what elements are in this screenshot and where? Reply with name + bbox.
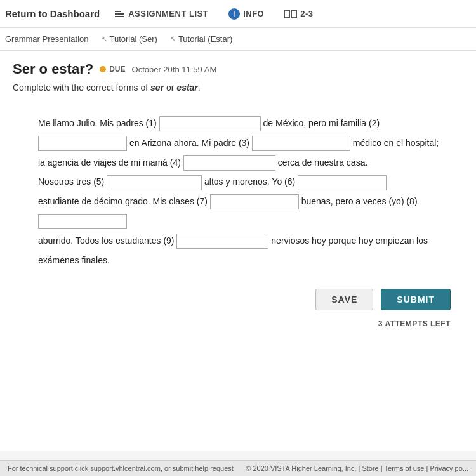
attempts-row: 3 ATTEMPTS LEFT	[13, 317, 463, 328]
text-after-4: cerca de nuestra casa.	[278, 157, 368, 168]
input-5[interactable]	[107, 175, 202, 190]
ser-bold: ser	[150, 83, 164, 93]
main-content: Ser o estar? DUE October 20th 11:59 AM C…	[0, 51, 476, 451]
grammar-presentation-link[interactable]: Grammar Presentation	[5, 34, 89, 44]
input-3[interactable]	[252, 136, 350, 151]
submit-button[interactable]: SUBMIT	[381, 289, 451, 310]
input-7[interactable]	[210, 194, 299, 209]
info-icon: i	[228, 8, 240, 20]
terms-link[interactable]: Terms of use	[385, 465, 425, 472]
button-row: SAVE SUBMIT	[13, 276, 463, 317]
due-label: DUE	[109, 65, 125, 74]
arrow-ser-icon: ↖	[102, 35, 107, 43]
pages-button[interactable]: 2-3	[279, 6, 318, 21]
tutorial-ser-link[interactable]: ↖ Tutorial (Ser)	[102, 34, 157, 44]
attempts-label: 3 ATTEMPTS LEFT	[378, 319, 451, 328]
text-after-5: altos y morenos. Yo (6)	[204, 176, 298, 187]
due-badge: DUE	[100, 65, 125, 74]
input-4[interactable]	[183, 155, 275, 171]
save-button[interactable]: SAVE	[315, 289, 373, 310]
text-after-8: aburrido. Todos los estudiantes (9)	[38, 235, 176, 246]
info-button[interactable]: i INFO	[223, 6, 269, 22]
assignment-title: Ser o estar?	[13, 61, 93, 77]
text-before-5: Nosotros tres (5)	[38, 176, 107, 187]
exercise-area: Me llamo Julio. Mis padres (1) de México…	[13, 107, 463, 276]
footer-copyright: © 2020 VISTA Higher Learning, Inc. | Sto…	[246, 465, 468, 472]
text-after-1: de México, pero mi familia (2)	[263, 118, 380, 128]
input-1[interactable]	[159, 116, 261, 131]
info-label: INFO	[243, 9, 264, 18]
input-2[interactable]	[38, 136, 127, 151]
text-after-2: en Arizona ahora. Mi padre (3)	[129, 138, 252, 148]
pages-icon	[284, 10, 297, 18]
support-link[interactable]: support.vhlcentral.com	[90, 465, 161, 472]
input-9[interactable]	[176, 234, 268, 249]
input-6[interactable]	[298, 175, 387, 190]
arrow-estar-icon: ↖	[170, 35, 176, 43]
title-row: Ser o estar? DUE October 20th 11:59 AM	[13, 61, 463, 77]
second-nav: Grammar Presentation ↖ Tutorial (Ser) ↖ …	[0, 28, 476, 51]
return-to-dashboard-link[interactable]: Return to Dashboard	[5, 8, 100, 19]
privacy-link[interactable]: Privacy po...	[430, 465, 468, 472]
footer: For technical support click support.vhlc…	[0, 460, 476, 476]
text-after-6: estudiante de décimo grado. Mis clases (…	[38, 196, 210, 206]
due-date: October 20th 11:59 AM	[132, 65, 217, 74]
grammar-presentation-label: Grammar Presentation	[5, 34, 89, 44]
pages-label: 2-3	[300, 9, 313, 18]
assignment-list-label: ASSIGNMENT LIST	[128, 9, 208, 18]
footer-support: For technical support click support.vhlc…	[8, 465, 234, 472]
instructions: Complete with the correct forms of ser o…	[13, 81, 463, 95]
top-nav: Return to Dashboard ASSIGNMENT LIST i IN…	[0, 0, 476, 28]
due-dot-icon	[100, 66, 106, 72]
tutorial-ser-label: Tutorial (Ser)	[110, 34, 157, 44]
input-8[interactable]	[38, 214, 127, 229]
tutorial-estar-label: Tutorial (Estar)	[178, 34, 232, 44]
text-before-1: Me llamo Julio. Mis padres (1)	[38, 118, 159, 128]
text-after-7: buenas, pero a veces (yo) (8)	[301, 196, 418, 206]
estar-bold: estar	[176, 83, 197, 93]
tutorial-estar-link[interactable]: ↖ Tutorial (Estar)	[170, 34, 232, 44]
assignment-list-button[interactable]: ASSIGNMENT LIST	[110, 6, 213, 21]
list-icon	[115, 11, 124, 17]
store-link[interactable]: Store	[362, 465, 378, 472]
